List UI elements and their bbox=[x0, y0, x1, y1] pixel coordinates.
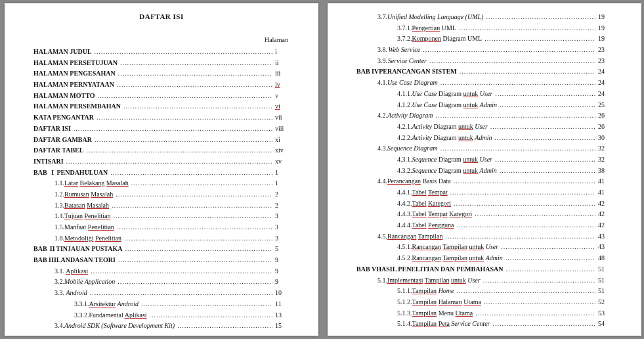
toc-label: Fundamental Aplikasi bbox=[89, 311, 147, 320]
toc-page-number: 19 bbox=[598, 12, 612, 22]
toc-row: 1.6.Metodoligi Penelitian3 bbox=[33, 234, 290, 243]
toc-leaders bbox=[484, 34, 595, 43]
toc-row: 4.3.2.Sequence Diagram untuk Admin38 bbox=[356, 166, 612, 175]
toc-label: Web Service bbox=[388, 45, 420, 55]
toc-label: HALAMAN PERNYATAAN bbox=[33, 80, 114, 89]
toc-number: 5.1.2. bbox=[397, 298, 412, 307]
toc-leaders bbox=[141, 300, 272, 309]
toc-row: 4.3.1.Sequence Diagram untuk User32 bbox=[356, 155, 612, 164]
toc-label: DAFTAR GAMBAR bbox=[33, 135, 92, 145]
toc-page-number: 38 bbox=[598, 166, 612, 175]
toc-bab-prefix: BAB bbox=[356, 265, 370, 274]
toc-page-number: 26 bbox=[598, 111, 612, 120]
toc-page-number: 32 bbox=[598, 155, 612, 164]
toc-label: Sequence Diagram bbox=[387, 144, 437, 153]
toc-number: 4.1.2. bbox=[397, 101, 412, 110]
toc-label: Tampilan Menu Utama bbox=[412, 309, 473, 318]
toc-leaders bbox=[118, 277, 272, 286]
toc-row: 3.2.Mobile Application9 bbox=[33, 277, 290, 286]
toc-row: HALAMAN PERSETUJUANii bbox=[33, 58, 290, 68]
doc-title: DAFTAR ISI bbox=[33, 12, 290, 20]
toc-label: DAFTAR ISI bbox=[33, 124, 71, 133]
toc-row: INTISARIxv bbox=[33, 157, 290, 166]
toc-label: Sequence Diagram untuk Admin bbox=[412, 166, 497, 175]
toc-label: Use Case Diagram untuk Admin bbox=[412, 101, 497, 110]
toc-number: 4.5.1. bbox=[397, 242, 412, 252]
toc-row: 3.7.Unified Modelling Language (UML)19 bbox=[356, 12, 612, 22]
toc-label: Komponen Diagram UML bbox=[412, 34, 483, 43]
toc-row: HALAMAN PERSEMBAHANvi bbox=[33, 102, 290, 111]
toc-label: Tabel Pengguna bbox=[412, 221, 454, 230]
toc-row: HALAMAN PERNYATAANiv bbox=[33, 80, 290, 89]
page-left: DAFTAR ISI Halaman HALAMAN JUDULiHALAMAN… bbox=[5, 3, 318, 336]
toc-row: 4.4.Perancangan Basis Data41 bbox=[356, 177, 612, 186]
toc-leaders bbox=[490, 122, 595, 131]
toc-row: BAB IIILANDASAN TEORI9 bbox=[33, 256, 290, 265]
toc-page-number: 3 bbox=[275, 212, 290, 221]
toc-number: 3.2. bbox=[54, 277, 64, 286]
toc-page-number: 1 bbox=[275, 179, 290, 188]
toc-row: 5.1.4.Tampilan Peta Service Center54 bbox=[356, 319, 612, 328]
toc-row: 4.1.1.Use Case Diagram untuk User24 bbox=[356, 89, 612, 99]
toc-page-number: 9 bbox=[275, 267, 290, 276]
toc-number: 4.3.1. bbox=[397, 155, 412, 164]
toc-leaders bbox=[494, 133, 595, 143]
toc-page-number: 3 bbox=[275, 234, 290, 243]
toc-label: Tujuan Penelitian bbox=[64, 212, 110, 221]
toc-number: 5.1.1. bbox=[397, 286, 412, 296]
toc-row: KATA PENGANTARvii bbox=[33, 113, 290, 122]
toc-leaders bbox=[124, 234, 272, 243]
toc-row: HALAMAN MOTTOv bbox=[33, 91, 290, 101]
toc-page-number: 11 bbox=[275, 300, 290, 309]
toc-list-left: HALAMAN JUDULiHALAMAN PERSETUJUANiiHALAM… bbox=[33, 47, 290, 330]
toc-row: BAB IPENDAHULUAN1 bbox=[33, 168, 290, 177]
toc-page-number: 26 bbox=[598, 122, 612, 131]
toc-leaders bbox=[501, 242, 595, 252]
toc-label: Tampilan Home bbox=[412, 286, 454, 296]
toc-number: 5.1.3. bbox=[397, 309, 412, 318]
toc-label: Activity Diagram untuk User bbox=[412, 122, 488, 131]
toc-page-number: 2 bbox=[275, 201, 290, 210]
toc-leaders bbox=[505, 254, 595, 263]
toc-label: DAFTAR TABEL bbox=[33, 146, 83, 155]
toc-leaders bbox=[460, 67, 595, 76]
toc-bab-number: III bbox=[49, 256, 56, 265]
toc-number: 3.7.2. bbox=[397, 34, 412, 43]
toc-page-number: 19 bbox=[598, 24, 612, 33]
toc-leaders bbox=[486, 12, 595, 22]
toc-page-number: 24 bbox=[598, 78, 612, 87]
toc-label: Rumusan Masalah bbox=[64, 190, 113, 199]
toc-row: 4.3.Sequence Diagram32 bbox=[356, 144, 612, 153]
toc-label: HALAMAN MOTTO bbox=[33, 91, 95, 101]
toc-leaders bbox=[459, 24, 595, 33]
toc-page-number: 51 bbox=[598, 265, 612, 274]
toc-number: 5.1. bbox=[377, 276, 387, 285]
toc-label: Rancangan Tampilan untuk User bbox=[412, 242, 499, 252]
toc-row: 1.2.Rumusan Masalah2 bbox=[33, 190, 290, 199]
toc-leaders bbox=[457, 286, 595, 296]
toc-page-number: 10 bbox=[275, 288, 290, 298]
toc-number: 3.4. bbox=[54, 321, 64, 330]
toc-bab-prefix: BAB bbox=[33, 256, 47, 265]
toc-row: BAB IVPERANCANGAN SISTEM24 bbox=[356, 67, 612, 76]
toc-row: 1.4.Tujuan Penelitian3 bbox=[33, 212, 290, 221]
toc-row: 5.1.2.Tampilan Halaman Utama52 bbox=[356, 298, 612, 307]
toc-number: 4.4.3. bbox=[397, 210, 412, 219]
toc-row: 3.3.Android10 bbox=[33, 288, 290, 298]
toc-label: HALAMAN PERSEMBAHAN bbox=[33, 102, 121, 111]
toc-number: 3.9. bbox=[377, 56, 388, 66]
toc-page-number: 19 bbox=[598, 34, 612, 43]
toc-leaders bbox=[435, 111, 595, 120]
toc-page-number: 51 bbox=[598, 276, 612, 285]
toc-leaders bbox=[120, 58, 272, 68]
toc-label: KATA PENGANTAR bbox=[33, 113, 94, 122]
toc-page-number: 42 bbox=[598, 210, 612, 219]
toc-page-number: 30 bbox=[598, 133, 612, 143]
toc-leaders bbox=[440, 78, 595, 87]
toc-row: DAFTAR ISIviii bbox=[33, 124, 290, 133]
toc-number: 4.5.2. bbox=[397, 254, 412, 263]
toc-list-right: 3.7.Unified Modelling Language (UML)193.… bbox=[356, 12, 612, 328]
toc-label: HASIL PENELITIAN DAN PEMBAHASAN bbox=[376, 265, 503, 274]
toc-row: 4.5.2.Rancangan Tampilan untuk Admin48 bbox=[356, 254, 612, 263]
toc-leaders bbox=[500, 101, 595, 110]
